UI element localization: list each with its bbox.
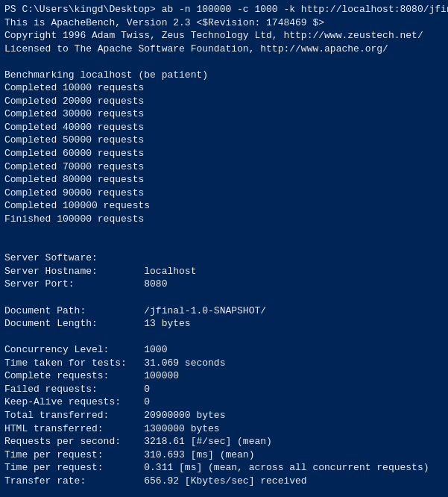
output-line: Completed 50000 requests xyxy=(4,134,144,146)
output-line: Concurrency Level: 1000 xyxy=(4,344,167,355)
output-line: Server Software: xyxy=(4,252,98,263)
output-line: Time per request: 310.693 [ms] (mean) xyxy=(4,449,254,460)
output-line: Completed 60000 requests xyxy=(4,148,144,159)
output-line: Total transferred: 20900000 bytes xyxy=(4,410,225,421)
output-line: Time taken for tests: 31.069 seconds xyxy=(4,357,225,369)
cmd-line: PS C:\Users\kingd\Desktop> ab -n 100000 … xyxy=(4,4,448,15)
terminal-output: PS C:\Users\kingd\Desktop> ab -n 100000 … xyxy=(4,3,444,497)
output-line: Completed 70000 requests xyxy=(4,161,144,172)
output-line: Completed 30000 requests xyxy=(4,108,144,119)
output-line: Document Length: 13 bytes xyxy=(4,318,191,329)
output-line: Transfer rate: 656.92 [Kbytes/sec] recei… xyxy=(4,475,307,487)
output-line: Failed requests: 0 xyxy=(4,384,150,395)
output-line: Server Hostname: localhost xyxy=(4,266,196,277)
output-line: Complete requests: 100000 xyxy=(4,370,179,381)
output-line: Completed 80000 requests xyxy=(4,174,144,185)
output-line: This is ApacheBench, Version 2.3 <$Revis… xyxy=(4,17,324,28)
output-line: Server Port: 8080 xyxy=(4,278,167,290)
output-line: Time per request: 0.311 [ms] (mean, acro… xyxy=(4,462,429,473)
output-line: Completed 40000 requests xyxy=(4,122,144,133)
output-line: Completed 10000 requests xyxy=(4,82,144,93)
output-line: Requests per second: 3218.61 [#/sec] (me… xyxy=(4,436,272,447)
output-line: Completed 90000 requests xyxy=(4,187,144,199)
output-line: Document Path: /jfinal-1.0-SNAPSHOT/ xyxy=(4,305,266,316)
output-line: Completed 100000 requests xyxy=(4,200,150,211)
output-line: Completed 20000 requests xyxy=(4,96,144,107)
output-line: Benchmarking localhost (be patient) xyxy=(4,69,208,81)
output-line: HTML transferred: 1300000 bytes xyxy=(4,423,220,434)
output-line: Finished 100000 requests xyxy=(4,213,144,225)
output-line: Copyright 1996 Adam Twiss, Zeus Technolo… xyxy=(4,30,423,41)
output-line: Licensed to The Apache Software Foundati… xyxy=(4,43,388,54)
output-line: Keep-Alive requests: 0 xyxy=(4,396,150,407)
